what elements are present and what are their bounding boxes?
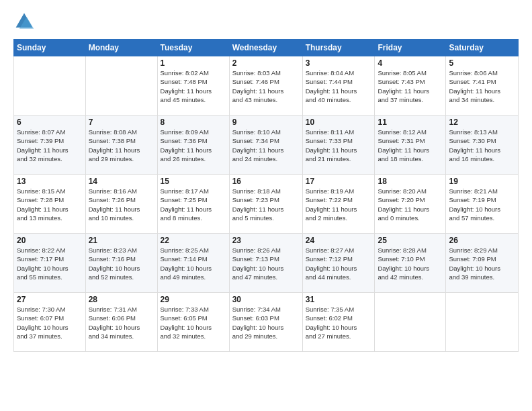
calendar-cell bbox=[85, 56, 157, 116]
day-number: 3 bbox=[306, 58, 372, 68]
day-number: 13 bbox=[17, 177, 83, 186]
col-header-sunday: Sunday bbox=[14, 40, 86, 56]
calendar-cell: 20Sunrise: 8:22 AM Sunset: 7:17 PM Dayli… bbox=[14, 234, 86, 293]
day-number: 6 bbox=[17, 118, 83, 127]
day-info: Sunrise: 8:15 AM Sunset: 7:28 PM Dayligh… bbox=[17, 187, 83, 222]
calendar-cell: 19Sunrise: 8:21 AM Sunset: 7:19 PM Dayli… bbox=[446, 175, 519, 234]
day-info: Sunrise: 8:03 AM Sunset: 7:46 PM Dayligh… bbox=[232, 68, 300, 104]
day-info: Sunrise: 8:13 AM Sunset: 7:30 PM Dayligh… bbox=[449, 128, 515, 163]
day-number: 7 bbox=[89, 118, 154, 127]
day-info: Sunrise: 8:08 AM Sunset: 7:38 PM Dayligh… bbox=[89, 128, 154, 163]
day-info: Sunrise: 7:35 AM Sunset: 6:02 PM Dayligh… bbox=[306, 305, 372, 340]
day-info: Sunrise: 8:05 AM Sunset: 7:43 PM Dayligh… bbox=[378, 68, 443, 104]
day-info: Sunrise: 8:17 AM Sunset: 7:25 PM Dayligh… bbox=[161, 187, 226, 222]
calendar-cell: 17Sunrise: 8:19 AM Sunset: 7:22 PM Dayli… bbox=[302, 175, 375, 234]
day-info: Sunrise: 8:25 AM Sunset: 7:14 PM Dayligh… bbox=[161, 246, 226, 281]
calendar-cell: 22Sunrise: 8:25 AM Sunset: 7:14 PM Dayli… bbox=[157, 234, 229, 293]
calendar-cell: 30Sunrise: 7:34 AM Sunset: 6:03 PM Dayli… bbox=[229, 293, 302, 352]
day-number: 14 bbox=[89, 177, 154, 186]
calendar-week-5: 27Sunrise: 7:30 AM Sunset: 6:07 PM Dayli… bbox=[14, 293, 519, 352]
calendar-cell: 25Sunrise: 8:28 AM Sunset: 7:10 PM Dayli… bbox=[375, 234, 446, 293]
calendar-header-row: SundayMondayTuesdayWednesdayThursdayFrid… bbox=[14, 40, 519, 56]
calendar-cell: 1Sunrise: 8:02 AM Sunset: 7:48 PM Daylig… bbox=[157, 56, 229, 116]
day-number: 9 bbox=[232, 118, 300, 127]
day-info: Sunrise: 8:18 AM Sunset: 7:23 PM Dayligh… bbox=[232, 187, 300, 222]
col-header-thursday: Thursday bbox=[302, 40, 375, 56]
day-number: 5 bbox=[449, 58, 515, 68]
col-header-saturday: Saturday bbox=[446, 40, 519, 56]
calendar-cell: 14Sunrise: 8:16 AM Sunset: 7:26 PM Dayli… bbox=[85, 175, 157, 234]
header bbox=[13, 11, 519, 32]
calendar-week-4: 20Sunrise: 8:22 AM Sunset: 7:17 PM Dayli… bbox=[14, 234, 519, 293]
day-info: Sunrise: 8:07 AM Sunset: 7:39 PM Dayligh… bbox=[17, 128, 83, 163]
day-number: 21 bbox=[89, 236, 154, 245]
calendar-cell: 18Sunrise: 8:20 AM Sunset: 7:20 PM Dayli… bbox=[375, 175, 446, 234]
day-info: Sunrise: 7:33 AM Sunset: 6:05 PM Dayligh… bbox=[161, 305, 226, 340]
day-number: 17 bbox=[306, 177, 372, 186]
day-number: 18 bbox=[378, 177, 443, 186]
day-number: 11 bbox=[378, 118, 443, 127]
calendar-cell: 4Sunrise: 8:05 AM Sunset: 7:43 PM Daylig… bbox=[375, 56, 446, 116]
day-info: Sunrise: 8:02 AM Sunset: 7:48 PM Dayligh… bbox=[161, 68, 226, 104]
calendar-cell: 11Sunrise: 8:12 AM Sunset: 7:31 PM Dayli… bbox=[375, 116, 446, 175]
day-info: Sunrise: 8:28 AM Sunset: 7:10 PM Dayligh… bbox=[378, 246, 443, 281]
day-number: 23 bbox=[232, 236, 300, 245]
calendar-cell bbox=[375, 293, 446, 352]
day-info: Sunrise: 8:12 AM Sunset: 7:31 PM Dayligh… bbox=[378, 128, 443, 163]
calendar-cell: 26Sunrise: 8:29 AM Sunset: 7:09 PM Dayli… bbox=[446, 234, 519, 293]
calendar-cell: 6Sunrise: 8:07 AM Sunset: 7:39 PM Daylig… bbox=[14, 116, 86, 175]
calendar-cell: 12Sunrise: 8:13 AM Sunset: 7:30 PM Dayli… bbox=[446, 116, 519, 175]
day-number: 15 bbox=[161, 177, 226, 186]
day-number: 26 bbox=[449, 236, 515, 245]
day-info: Sunrise: 8:16 AM Sunset: 7:26 PM Dayligh… bbox=[89, 187, 154, 222]
calendar-cell: 21Sunrise: 8:23 AM Sunset: 7:16 PM Dayli… bbox=[85, 234, 157, 293]
day-number: 27 bbox=[17, 295, 83, 304]
day-info: Sunrise: 7:30 AM Sunset: 6:07 PM Dayligh… bbox=[17, 305, 83, 340]
day-number: 20 bbox=[17, 236, 83, 245]
calendar-cell bbox=[446, 293, 519, 352]
calendar-cell: 10Sunrise: 8:11 AM Sunset: 7:33 PM Dayli… bbox=[302, 116, 375, 175]
day-info: Sunrise: 8:04 AM Sunset: 7:44 PM Dayligh… bbox=[306, 68, 372, 104]
calendar-cell: 9Sunrise: 8:10 AM Sunset: 7:34 PM Daylig… bbox=[229, 116, 302, 175]
day-number: 29 bbox=[161, 295, 226, 304]
calendar-cell: 7Sunrise: 8:08 AM Sunset: 7:38 PM Daylig… bbox=[85, 116, 157, 175]
day-info: Sunrise: 8:10 AM Sunset: 7:34 PM Dayligh… bbox=[232, 128, 300, 163]
calendar-cell: 31Sunrise: 7:35 AM Sunset: 6:02 PM Dayli… bbox=[302, 293, 375, 352]
col-header-friday: Friday bbox=[375, 40, 446, 56]
day-info: Sunrise: 8:06 AM Sunset: 7:41 PM Dayligh… bbox=[449, 68, 515, 104]
calendar-cell: 28Sunrise: 7:31 AM Sunset: 6:06 PM Dayli… bbox=[85, 293, 157, 352]
day-number: 1 bbox=[161, 58, 226, 68]
day-info: Sunrise: 7:34 AM Sunset: 6:03 PM Dayligh… bbox=[232, 305, 300, 340]
day-number: 2 bbox=[232, 58, 300, 68]
day-number: 12 bbox=[449, 118, 515, 127]
day-number: 4 bbox=[378, 58, 443, 68]
calendar-table: SundayMondayTuesdayWednesdayThursdayFrid… bbox=[13, 39, 519, 352]
col-header-wednesday: Wednesday bbox=[229, 40, 302, 56]
day-number: 10 bbox=[306, 118, 372, 127]
day-info: Sunrise: 8:27 AM Sunset: 7:12 PM Dayligh… bbox=[306, 246, 372, 281]
day-info: Sunrise: 8:22 AM Sunset: 7:17 PM Dayligh… bbox=[17, 246, 83, 281]
calendar-cell: 15Sunrise: 8:17 AM Sunset: 7:25 PM Dayli… bbox=[157, 175, 229, 234]
calendar-cell: 3Sunrise: 8:04 AM Sunset: 7:44 PM Daylig… bbox=[302, 56, 375, 116]
calendar-cell: 16Sunrise: 8:18 AM Sunset: 7:23 PM Dayli… bbox=[229, 175, 302, 234]
calendar-cell: 13Sunrise: 8:15 AM Sunset: 7:28 PM Dayli… bbox=[14, 175, 86, 234]
day-info: Sunrise: 8:21 AM Sunset: 7:19 PM Dayligh… bbox=[449, 187, 515, 222]
day-number: 19 bbox=[449, 177, 515, 186]
day-info: Sunrise: 7:31 AM Sunset: 6:06 PM Dayligh… bbox=[89, 305, 154, 340]
calendar-cell: 2Sunrise: 8:03 AM Sunset: 7:46 PM Daylig… bbox=[229, 56, 302, 116]
day-info: Sunrise: 8:26 AM Sunset: 7:13 PM Dayligh… bbox=[232, 246, 300, 281]
page: SundayMondayTuesdayWednesdayThursdayFrid… bbox=[0, 0, 532, 411]
day-number: 25 bbox=[378, 236, 443, 245]
calendar-cell: 27Sunrise: 7:30 AM Sunset: 6:07 PM Dayli… bbox=[14, 293, 86, 352]
day-info: Sunrise: 8:20 AM Sunset: 7:20 PM Dayligh… bbox=[378, 187, 443, 222]
logo-icon bbox=[13, 11, 35, 32]
day-number: 30 bbox=[232, 295, 300, 304]
calendar-cell bbox=[14, 56, 86, 116]
col-header-tuesday: Tuesday bbox=[157, 40, 229, 56]
day-number: 31 bbox=[306, 295, 372, 304]
calendar-cell: 23Sunrise: 8:26 AM Sunset: 7:13 PM Dayli… bbox=[229, 234, 302, 293]
day-number: 8 bbox=[161, 118, 226, 127]
calendar-cell: 5Sunrise: 8:06 AM Sunset: 7:41 PM Daylig… bbox=[446, 56, 519, 116]
calendar-week-1: 1Sunrise: 8:02 AM Sunset: 7:48 PM Daylig… bbox=[14, 56, 519, 116]
logo bbox=[13, 11, 38, 32]
